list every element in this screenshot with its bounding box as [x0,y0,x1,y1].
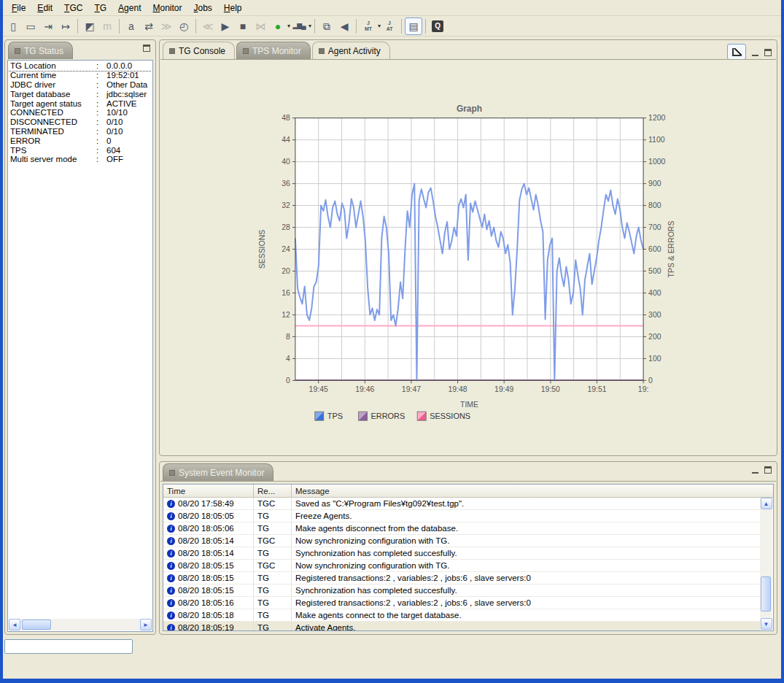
fast-forward-icon: ≫ [158,18,175,35]
status-row-multi-server-mode[interactable]: Multi server mode:OFF [9,155,152,164]
console-view-icon[interactable]: ▤ [405,18,422,35]
maximize-view-button[interactable] [764,48,772,56]
info-icon: i [167,624,175,631]
svg-text:1200: 1200 [648,114,665,122]
minimize-view-button[interactable] [750,466,759,474]
menu-tgc[interactable]: TGC [58,1,88,15]
event-row[interactable]: i08/20 18:05:14TGCNow synchronizing conf… [163,535,761,547]
scrollbar-track[interactable] [760,509,772,618]
event-time: 08/20 18:05:18 [178,611,234,620]
vertical-scrollbar[interactable] [760,498,772,630]
status-row-connected[interactable]: CONNECTED:10/10 [9,108,152,117]
tab-label: TPS Monitor [252,46,301,56]
speaker-icon[interactable]: ◀ [335,18,353,35]
chart-settings-button[interactable] [727,44,746,60]
menu-jobs[interactable]: Jobs [188,1,218,15]
menu-agent[interactable]: Agent [112,1,147,15]
event-row[interactable]: i08/20 17:58:49TGCSaved as "C:¥Program F… [163,498,761,510]
svg-text:16: 16 [282,289,290,297]
horizontal-scrollbar[interactable] [9,619,152,630]
bar-chart-icon[interactable]: ▂▆▄ [290,18,308,35]
svg-text:900: 900 [648,180,661,188]
chart-settings-icon [732,48,742,56]
schedule-icon[interactable]: ◴ [175,18,193,35]
agent-config-icon[interactable]: a [123,18,140,35]
export-icon[interactable]: ↦ [57,18,74,35]
tab-system-event-monitor[interactable]: System Event Monitor [163,463,273,481]
tab-tps-monitor[interactable]: TPS Monitor [236,42,311,59]
event-message: Activate Agents. [292,622,761,630]
jmt-icon[interactable]: J MT [360,18,377,35]
status-row-target-agent-status[interactable]: Target agent status:ACTIVE [9,99,152,108]
scroll-up-icon[interactable] [761,498,772,509]
event-message: Make agents disconnect from the database… [292,522,761,534]
event-row[interactable]: i08/20 18:05:19TGActivate Agents. [163,622,761,630]
event-row[interactable]: i08/20 18:05:06TGMake agents disconnect … [163,522,761,535]
svg-text:ERRORS: ERRORS [370,412,405,420]
scroll-right-icon[interactable] [140,619,152,630]
scrollbar-thumb[interactable] [761,576,771,611]
event-message: Synchronization has completed succesfull… [292,584,761,596]
event-row[interactable]: i08/20 18:05:14TGSynchronization has com… [163,547,761,560]
scrollbar-thumb[interactable] [22,620,51,630]
status-row-error[interactable]: ERROR:0 [9,136,152,145]
svg-text:TPS: TPS [327,412,343,420]
status-row-disconnected[interactable]: DISCONNECTED:0/10 [9,117,152,127]
event-message: Freeze Agents. [292,510,761,522]
menu-help[interactable]: Help [218,1,248,15]
new-document-icon[interactable]: ▯ [4,18,22,35]
menu-edit[interactable]: Edit [31,1,58,15]
event-row[interactable]: i08/20 18:05:18TGMake agents connect to … [163,609,761,622]
status-row-jdbc-driver[interactable]: JDBC driver:Other Data [9,80,152,90]
svg-text:1000: 1000 [648,158,665,166]
event-row[interactable]: i08/20 18:05:16TGRegistered transactions… [163,597,761,609]
scroll-left-icon[interactable] [9,619,20,630]
menu-file[interactable]: File [6,1,31,15]
stop-icon[interactable]: ■ [234,18,252,35]
status-row-target-database[interactable]: Target database:jdbc:sqlser [9,89,152,99]
event-row[interactable]: i08/20 18:05:05TGFreeze Agents. [163,510,761,522]
event-reporter: TGC [254,535,292,547]
status-row-tps[interactable]: TPS:604 [9,145,152,155]
event-message: Now synchronizing configuration with TG. [292,560,761,571]
tab-agent-activity[interactable]: Agent Activity [312,42,390,59]
open-folder-icon[interactable]: ▭ [22,18,39,35]
status-row-tg-location[interactable]: TG Location:0.0.0.0 [9,61,152,71]
connect-tgc-icon[interactable]: ◩ [81,18,98,35]
event-row[interactable]: i08/20 18:05:15TGSynchronization has com… [163,584,761,597]
info-icon: i [167,500,175,508]
event-reporter: TG [254,522,292,534]
svg-text:19:: 19: [638,385,649,393]
record-icon[interactable]: ● [269,18,287,35]
svg-text:48: 48 [282,114,290,122]
command-input[interactable] [4,639,133,654]
tab-tg-status[interactable]: TG Status [8,42,73,59]
svg-text:0: 0 [286,377,290,385]
sync-icon[interactable]: ⇄ [140,18,158,35]
column-header-time[interactable]: Time [163,485,254,497]
menu-tg[interactable]: TG [88,1,112,15]
scroll-down-icon[interactable] [761,618,772,630]
column-header-message[interactable]: Message [292,485,773,497]
info-icon: i [167,599,175,607]
svg-text:19:45: 19:45 [309,385,328,393]
query-icon[interactable]: Q [429,18,446,35]
column-header-reporter[interactable]: Re... [254,485,292,497]
play-icon[interactable]: ▶ [217,18,234,35]
minimize-view-button[interactable] [750,48,759,56]
svg-text:SESSIONS: SESSIONS [430,412,470,420]
menu-monitor[interactable]: Monitor [147,1,187,15]
status-row-terminated[interactable]: TERMINATED:0/10 [9,127,152,136]
tab-tg-console[interactable]: TG Console [163,42,235,59]
event-row[interactable]: i08/20 18:05:15TGCNow synchronizing conf… [163,560,761,572]
jat-icon[interactable]: J AT [381,18,398,35]
event-time: 08/20 18:05:19 [178,623,234,630]
event-row[interactable]: i08/20 18:05:15TGRegistered transactions… [163,572,761,584]
import-icon[interactable]: ⇥ [39,18,57,35]
maximize-view-button[interactable] [764,466,772,474]
maximize-view-button[interactable] [142,44,151,52]
bar-chart-dropdown-icon[interactable]: ▾ [308,23,311,29]
status-row-current-time[interactable]: Current time:19:52:01 [9,71,152,80]
copy-output-icon[interactable]: ⧉ [318,18,335,35]
event-time: 08/20 18:05:14 [178,549,234,557]
